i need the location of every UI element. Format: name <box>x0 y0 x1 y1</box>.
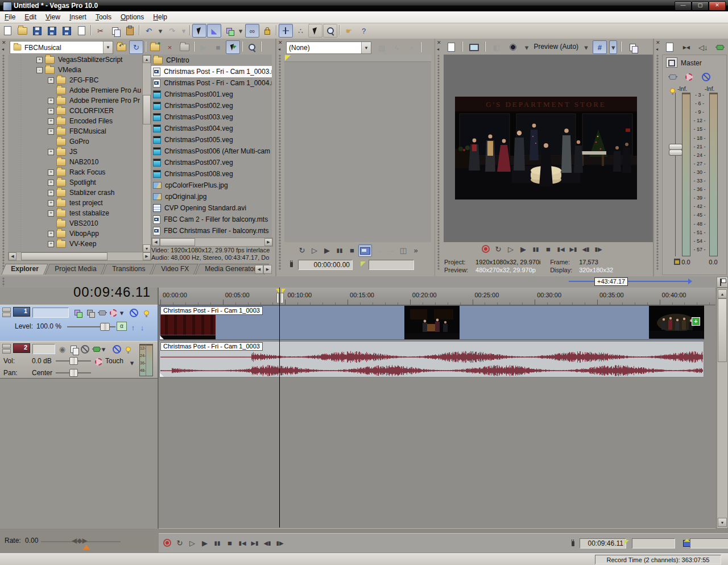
record-button[interactable] <box>161 537 173 549</box>
trimmer-cursor-position[interactable]: 00:00:00.00 <box>298 260 353 270</box>
overlay-list-button[interactable]: ▾ <box>609 40 617 54</box>
scroll-down-icon[interactable]: ▼ <box>143 244 151 252</box>
selection-start-field[interactable] <box>632 538 675 549</box>
menu-tools[interactable]: Tools <box>91 11 116 22</box>
scroll-up-icon[interactable]: ▲ <box>718 289 727 298</box>
preview-grip[interactable]: ✕ ◂ <box>435 39 442 276</box>
tabs-scroll-left-icon[interactable]: ◀ <box>255 265 263 274</box>
timeline-vscrollbar[interactable]: ▲ ▼ <box>717 288 728 529</box>
tree-item[interactable]: +VegasStabilizerScript <box>8 55 142 65</box>
tree-expander-icon[interactable]: + <box>48 77 54 84</box>
compositing-mode-button[interactable]: α <box>117 322 127 331</box>
tree-item[interactable]: +JS <box>8 147 142 157</box>
downmix-output-button[interactable]: ▶◀ <box>679 40 693 54</box>
collapse-panel-icon[interactable]: ◂ <box>437 47 439 52</box>
pan-slider-handle[interactable] <box>69 369 78 377</box>
new-project-button[interactable] <box>1 24 15 38</box>
panel-drag-handle[interactable] <box>2 55 5 271</box>
tree-item[interactable]: +FBCMusical <box>8 126 142 136</box>
tab-transitions[interactable]: Transitions <box>102 264 155 275</box>
video-event[interactable]: Christmas Post - Fri - Cam 1_0003 + <box>159 305 704 340</box>
next-frame-button[interactable]: ▮▶ <box>274 537 286 549</box>
menu-edit[interactable]: Edit <box>20 11 41 22</box>
tree-item[interactable]: +GoPro <box>8 136 142 147</box>
menu-help[interactable]: Help <box>148 11 172 22</box>
close-button[interactable]: ✕ <box>709 1 726 11</box>
explorer-grip[interactable]: ✕ ◂ <box>0 39 7 276</box>
timeline-vscrollbar-thumb[interactable] <box>718 298 727 362</box>
start-preview-button[interactable]: ▶ <box>196 40 210 54</box>
maximize-button[interactable]: ▢ <box>692 1 709 11</box>
play-button[interactable]: ▶ <box>321 244 333 256</box>
tree-item[interactable]: +VV-Keep <box>8 239 142 249</box>
record-button[interactable] <box>479 243 492 255</box>
copy-button[interactable] <box>108 24 122 38</box>
up-one-level-button[interactable] <box>114 40 129 54</box>
dim-output-button[interactable]: ◁↓ <box>696 40 710 54</box>
selection-edit-tool-button[interactable] <box>222 24 236 38</box>
menu-insert[interactable]: Insert <box>65 11 91 22</box>
file-item[interactable]: CVP Opening Standard.avi <box>151 202 272 214</box>
enable-snapping-button[interactable] <box>279 24 293 38</box>
file-item[interactable]: FBC Christmas Filler - balcony.mts <box>151 225 272 236</box>
automation-gear-icon[interactable] <box>95 358 102 365</box>
audio-event[interactable]: Christmas Post - Fri - Cam 1_0003 <box>159 341 704 377</box>
tree-item[interactable]: +2FG-FBC <box>8 75 142 85</box>
play-from-start-button[interactable]: ▷ <box>186 537 198 549</box>
auto-ripple-button[interactable]: ∴ <box>293 24 308 38</box>
trimmer-plugin-combo[interactable]: (None) ▼ <box>286 41 371 54</box>
selection-length-field[interactable] <box>690 538 728 549</box>
timeline-ruler[interactable]: 00:00:0000:05:0000:10:0000:15:0000:20:00… <box>159 288 715 305</box>
tab-video-fx[interactable]: Video FX <box>151 264 198 275</box>
tree-scrollbar-thumb[interactable] <box>143 95 151 124</box>
bus-icon[interactable] <box>666 57 677 68</box>
tree-expander-icon[interactable]: + <box>48 149 54 155</box>
chevron-down-icon[interactable]: ▼ <box>361 42 371 53</box>
paste-button[interactable] <box>123 24 137 38</box>
auto-preview-button[interactable] <box>226 40 240 54</box>
previous-frame-button[interactable]: ◀▮ <box>261 537 274 549</box>
file-item[interactable]: cpOriginal.jpg <box>151 191 272 202</box>
stop-preview-button[interactable]: ■ <box>211 40 225 54</box>
redo-list-button[interactable]: ▾ <box>180 24 188 38</box>
whats-this-help-button[interactable]: ? <box>357 24 371 38</box>
panel-drag-handle[interactable] <box>279 55 282 271</box>
collapse-panel-icon[interactable]: ◂ <box>278 47 280 52</box>
add-media-from-cursor-button[interactable]: → <box>384 244 397 256</box>
create-subclip-button[interactable]: ϟ <box>390 41 404 55</box>
tree-hscrollbar[interactable]: ◀ ▶ <box>8 252 151 261</box>
scroll-up-icon[interactable]: ▲ <box>143 55 151 63</box>
file-item[interactable]: ChristmasPost001.veg <box>151 89 272 100</box>
automatic-crossfades-button[interactable]: ∞ <box>245 24 259 38</box>
tree-expander-icon[interactable]: + <box>48 190 54 196</box>
loop-playback-button[interactable]: ↻ <box>173 537 186 549</box>
file-item[interactable]: ChristmasPost007.veg <box>151 157 272 168</box>
save-button[interactable] <box>30 24 44 38</box>
video-track-name-field[interactable] <box>32 308 69 318</box>
file-item[interactable]: ChristmasPost003.veg <box>151 111 272 123</box>
chevron-down-icon[interactable]: ▼ <box>103 41 113 53</box>
minimize-button[interactable]: — <box>675 1 692 11</box>
tree-item[interactable]: +Rack Focus <box>8 167 142 177</box>
file-item[interactable]: FBC Cam 2 - Filler for balcony.mts <box>151 214 272 225</box>
tree-item[interactable]: +test stabalize <box>8 208 142 218</box>
previous-frame-button[interactable]: ◀▮ <box>580 243 592 255</box>
tree-item[interactable]: +Stablizer crash <box>8 188 142 198</box>
edit-tool-list-button[interactable]: ▾ <box>237 24 245 38</box>
tree-expander-icon[interactable]: + <box>48 128 54 135</box>
tree-scrollbar[interactable]: ▲ ▼ <box>142 55 151 253</box>
file-item[interactable]: ChristmasPost004.veg <box>151 123 272 134</box>
undo-button[interactable]: ↶ <box>142 24 156 38</box>
insert-fx-button[interactable] <box>665 70 680 84</box>
files-hscrollbar-thumb[interactable] <box>160 238 195 246</box>
trimmer-grip[interactable]: ✕ ◂ <box>276 39 284 276</box>
lock-envelopes-button[interactable] <box>260 24 274 38</box>
scroll-down-icon[interactable]: ▼ <box>718 518 727 527</box>
scroll-right-icon[interactable]: ▶ <box>143 252 151 260</box>
audio-track-header[interactable]: 2 ◉ ▾ 12-24-36-48- Vol: 0.0 dB Touch ▾ P… <box>0 341 158 379</box>
tabs-scroll-right-icon[interactable]: ▶ <box>263 265 272 274</box>
go-to-end-button[interactable]: ▶▮ <box>249 537 261 549</box>
preview-quality-button[interactable] <box>506 40 520 54</box>
undo-list-button[interactable]: ▾ <box>156 24 164 38</box>
track-height-buttons[interactable] <box>2 344 11 354</box>
